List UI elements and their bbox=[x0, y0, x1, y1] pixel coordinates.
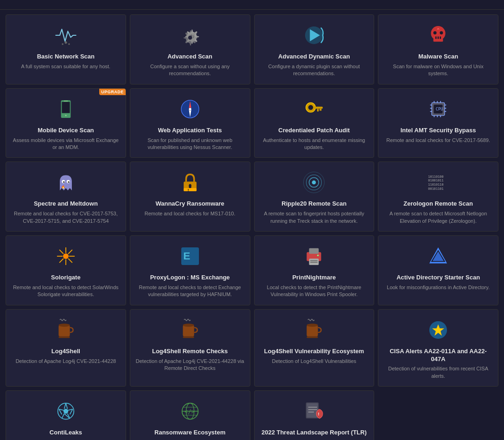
card-title: Active Directory Starter Scan bbox=[396, 274, 480, 282]
scan-card-log4shell[interactable]: Log4ShellDetection of Apache Log4j CVE-2… bbox=[6, 309, 126, 387]
card-desc: A remote scan to detect Microsoft Netlog… bbox=[383, 210, 493, 225]
svg-text:11010110: 11010110 bbox=[428, 183, 443, 187]
scan-card-log4shell-remote-checks[interactable]: Log4Shell Remote ChecksDetection of Apac… bbox=[130, 309, 250, 387]
card-title: Zerologon Remote Scan bbox=[403, 200, 473, 208]
card-desc: Remote and local checks for CVE-2017-575… bbox=[11, 210, 121, 225]
svg-rect-91 bbox=[311, 262, 318, 263]
coffee-icon bbox=[300, 316, 328, 344]
scan-card-basic-network-scan[interactable]: Basic Network ScanA full system scan sui… bbox=[6, 14, 126, 84]
svg-point-64 bbox=[312, 181, 316, 185]
card-desc: Detection of vulnerabilities from recent… bbox=[383, 365, 493, 380]
svg-point-103 bbox=[183, 324, 194, 327]
card-title: ProxyLogon : MS Exchange bbox=[150, 274, 230, 282]
scan-card-credentialed-patch-audit[interactable]: Credentialed Patch AuditAuthenticate to … bbox=[254, 88, 375, 158]
card-title: Advanced Scan bbox=[167, 53, 212, 61]
svg-rect-34 bbox=[317, 109, 319, 111]
svg-point-31 bbox=[308, 105, 313, 110]
card-title: Intel AMT Security Bypass bbox=[401, 127, 476, 135]
exchange-icon: E bbox=[176, 242, 204, 270]
svg-point-15 bbox=[440, 31, 443, 34]
svg-text:10110100: 10110100 bbox=[428, 175, 443, 179]
svg-rect-21 bbox=[62, 102, 70, 113]
svg-rect-90 bbox=[311, 260, 318, 261]
svg-text:🔥: 🔥 bbox=[61, 185, 65, 189]
card-desc: Configure a scan without using any recom… bbox=[135, 63, 245, 78]
chip-icon: CPU bbox=[424, 95, 452, 123]
card-title: ContiLeaks bbox=[50, 429, 82, 437]
scan-card-contileaks[interactable]: ContiLeaksDetection of vulnerabilities r… bbox=[6, 390, 126, 440]
svg-line-123 bbox=[62, 414, 64, 418]
card-title: Credentialed Patch Audit bbox=[278, 127, 350, 135]
pulse-icon bbox=[52, 21, 80, 49]
card-desc: Scan for malware on Windows and Unix sys… bbox=[383, 63, 493, 78]
card-title: Malware Scan bbox=[418, 53, 458, 61]
scan-card-log4shell-vulnerability-ecosystem[interactable]: Log4Shell Vulnerability EcosystemDetecti… bbox=[254, 309, 375, 387]
scan-card-printnightmare[interactable]: PrintNightmareLocal checks to detect the… bbox=[254, 235, 375, 305]
card-desc: Detection of Apache Log4j CVE-2021-44228… bbox=[135, 358, 245, 372]
scan-card-advanced-scan[interactable]: Advanced ScanConfigure a scan without us… bbox=[130, 14, 250, 84]
card-desc: Remote and local checks to detect Exchan… bbox=[135, 284, 245, 298]
scan-card-spectre-meltdown[interactable]: 🔥 Spectre and MeltdownRemote and local c… bbox=[6, 162, 126, 232]
scan-card-advanced-dynamic-scan[interactable]: Advanced Dynamic ScanConfigure a dynamic… bbox=[254, 14, 375, 84]
card-desc: Remote and local checks for CVE-2017-568… bbox=[386, 137, 490, 144]
card-title: WannaCry Ransomware bbox=[155, 200, 224, 208]
svg-rect-16 bbox=[435, 37, 437, 39]
card-desc: Detection of Log4Shell Vulnerabilities bbox=[272, 358, 356, 365]
scan-card-zerologon-remote-scan[interactable]: 10110100 01001011 11010110 00101101 Zero… bbox=[378, 162, 498, 232]
card-title: Mobile Device Scan bbox=[38, 127, 94, 135]
svg-rect-100 bbox=[58, 336, 70, 338]
card-desc: Remote and local checks to detect SolarW… bbox=[11, 284, 121, 298]
card-title: Web Application Tests bbox=[158, 127, 222, 135]
svg-line-115 bbox=[64, 403, 65, 409]
svg-point-7 bbox=[188, 36, 192, 40]
scan-card-proxylogon-ms-exchange[interactable]: E ProxyLogon : MS ExchangeRemote and loc… bbox=[130, 235, 250, 305]
card-title: Log4Shell Vulnerability Ecosystem bbox=[264, 348, 364, 356]
svg-rect-33 bbox=[320, 109, 322, 110]
svg-rect-108 bbox=[307, 336, 318, 338]
card-title: Solorigate bbox=[51, 274, 81, 282]
scan-card-ransomware-ecosystem[interactable]: </> Ransomware EcosystemVulnerabilities … bbox=[130, 390, 250, 440]
report-shield-icon: ! bbox=[300, 397, 328, 425]
scan-card-cisa-alerts[interactable]: CISA Alerts AA22-011A and AA22-047ADetec… bbox=[378, 309, 498, 387]
card-desc: Authenticate to hosts and enumerate miss… bbox=[259, 137, 370, 151]
card-title: Spectre and Meltdown bbox=[34, 200, 98, 208]
starburst-icon bbox=[52, 242, 80, 270]
svg-rect-17 bbox=[438, 37, 439, 39]
svg-rect-88 bbox=[309, 248, 319, 254]
svg-point-107 bbox=[307, 324, 318, 327]
lock-warning-icon: ! bbox=[176, 168, 204, 196]
svg-point-26 bbox=[189, 108, 191, 110]
svg-text:E: E bbox=[183, 250, 190, 262]
card-title: Ransomware Ecosystem bbox=[154, 429, 225, 437]
card-desc: A full system scan suitable for any host… bbox=[21, 63, 111, 70]
svg-line-116 bbox=[66, 403, 67, 409]
svg-text:01001011: 01001011 bbox=[428, 179, 443, 183]
binary-icon: 10110100 01001011 11010110 00101101 bbox=[424, 168, 452, 196]
svg-point-2 bbox=[62, 43, 63, 45]
scan-card-malware-scan[interactable]: Malware ScanScan for malware on Windows … bbox=[378, 14, 498, 84]
scan-card-active-directory-starter-scan[interactable]: Active Directory Starter ScanLook for mi… bbox=[378, 235, 498, 305]
card-title: Advanced Dynamic Scan bbox=[278, 53, 350, 61]
svg-rect-106 bbox=[307, 325, 318, 336]
svg-text:00101101: 00101101 bbox=[428, 187, 443, 191]
ghost-icon: 🔥 bbox=[52, 168, 80, 196]
scan-card-web-application-tests[interactable]: Web Application TestsScan for published … bbox=[130, 88, 250, 158]
mobile-icon bbox=[52, 95, 80, 123]
scan-card-intel-amt-security-bypass[interactable]: CPU Intel AMT Security BypassRemote and … bbox=[378, 88, 498, 158]
scan-card-2022-threat-landscape[interactable]: ! 2022 Threat Landscape Report (TLR)A sc… bbox=[254, 390, 375, 440]
card-title: Log4Shell Remote Checks bbox=[152, 348, 228, 356]
svg-rect-102 bbox=[183, 325, 194, 336]
scan-card-mobile-device-scan[interactable]: UPGRADE Mobile Device ScanAssess mobile … bbox=[6, 88, 126, 158]
card-title: 2022 Threat Landscape Report (TLR) bbox=[262, 429, 367, 437]
card-desc: Scan for published and unknown web vulne… bbox=[135, 137, 245, 151]
coffee-icon bbox=[52, 316, 80, 344]
scan-card-wannacry-ransomware[interactable]: ! WannaCry RansomwareRemote and local ch… bbox=[130, 162, 250, 232]
triangle-icon bbox=[424, 242, 452, 270]
svg-point-82 bbox=[63, 253, 69, 259]
card-desc: Assess mobile devices via Microsoft Exch… bbox=[11, 137, 121, 151]
scan-card-solorigate[interactable]: SolorigateRemote and local checks to det… bbox=[6, 235, 126, 305]
compass-icon bbox=[176, 95, 204, 123]
svg-point-92 bbox=[317, 255, 319, 256]
card-title: PrintNightmare bbox=[292, 274, 336, 282]
scan-card-ripple20-remote-scan[interactable]: Ripple20 Remote ScanA remote scan to fin… bbox=[254, 162, 375, 232]
